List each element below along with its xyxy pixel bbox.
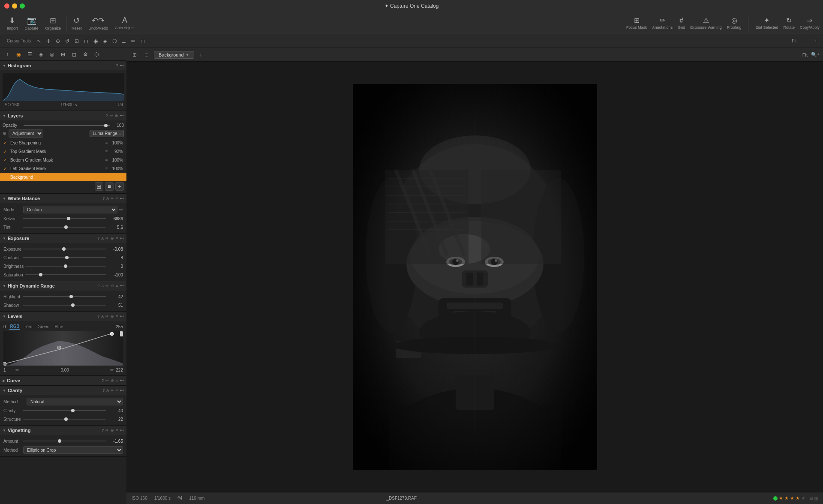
adjustments-icon[interactable]: ◉ — [14, 50, 23, 59]
composition-icon[interactable]: ⊞ — [58, 50, 68, 59]
undoredo-button[interactable]: ↶↷ Undo/Redo — [85, 15, 112, 31]
minimize-button[interactable] — [12, 3, 17, 9]
vignetting-amount-thumb[interactable] — [58, 439, 61, 443]
layer-grid-view[interactable]: ⊞ — [95, 182, 103, 191]
exposure-header[interactable]: ▼ Exposure ? A ✏ ⊕ ≡ ••• — [0, 234, 126, 243]
layer-item-bottom-gradient[interactable]: ✓ Bottom Gradient Mask ≡ 100% — [0, 156, 126, 164]
cursor-measure-tool[interactable]: ⚊ — [119, 36, 129, 46]
highlight-slider[interactable] — [23, 296, 106, 297]
levels-list[interactable]: ≡ — [116, 314, 118, 318]
cursor-select-tool[interactable]: ↖ — [34, 36, 44, 46]
vignetting-header[interactable]: ▼ Vignetting ? ✏ ⊕ ≡ ••• — [0, 426, 126, 435]
layer-item-eye-sharpening[interactable]: ✓ Eye Sharpening ≡ 100% — [0, 138, 126, 147]
cursor-levels-tool[interactable]: ◉ — [91, 36, 100, 46]
exposure-copy[interactable]: ⊕ — [111, 236, 114, 240]
clarity-more[interactable]: ••• — [120, 388, 124, 393]
close-button[interactable] — [4, 3, 9, 9]
layers-header[interactable]: ▼ Layers ? ✏ ⊕ ••• — [0, 111, 126, 120]
annotations-button[interactable]: ✏ Annotations — [652, 16, 673, 30]
organize-button[interactable]: ⊞ Organize — [42, 15, 65, 31]
proofing-button[interactable]: ◎ Proofing — [727, 16, 742, 30]
exposure-auto[interactable]: A — [101, 236, 104, 240]
levels-help[interactable]: ? — [97, 314, 99, 318]
layer-check[interactable]: ✓ — [3, 166, 9, 171]
import-button[interactable]: ⬇ Import — [3, 15, 21, 31]
structure-thumb[interactable] — [64, 417, 68, 421]
wb-copy[interactable]: ≡ — [116, 196, 118, 201]
exposure-help[interactable]: ? — [97, 236, 99, 240]
vignetting-method-select[interactable]: Elliptic on Crop — [23, 446, 123, 454]
vignetting-edit[interactable]: ✏ — [105, 428, 109, 432]
hdr-header[interactable]: ▼ High Dynamic Range ? A ✏ ⊕ ≡ ••• — [0, 281, 126, 291]
wb-edit[interactable]: ✏ — [111, 196, 114, 201]
batch-icon[interactable]: ⬡ — [92, 50, 101, 59]
cursor-wb-tool[interactable]: ◈ — [100, 36, 110, 46]
layer-item-top-gradient[interactable]: ✓ Top Gradient Mask ≡ 92% — [0, 147, 126, 156]
layer-check[interactable]: ✓ — [3, 149, 9, 154]
layers-help[interactable]: ? — [106, 114, 108, 118]
layers-more[interactable]: ••• — [120, 114, 124, 118]
cursor-move-tool[interactable]: ✛ — [44, 36, 53, 46]
cursor-rotate-tool[interactable]: ↺ — [63, 36, 72, 46]
exposure-slider[interactable] — [23, 249, 106, 249]
tint-thumb[interactable] — [64, 225, 68, 229]
color-icon[interactable]: ◈ — [36, 50, 45, 59]
details-icon[interactable]: ☰ — [25, 50, 34, 59]
tint-slider[interactable] — [23, 227, 106, 228]
library-icon[interactable]: ↑ — [3, 50, 12, 59]
saturation-slider[interactable] — [25, 274, 106, 275]
star-4[interactable]: ★ — [796, 495, 800, 501]
hdr-edit[interactable]: ✏ — [105, 284, 109, 288]
curve-help[interactable]: ? — [102, 378, 104, 383]
maximize-button[interactable] — [20, 3, 25, 9]
zoom-out-btn[interactable]: − — [802, 38, 809, 44]
contrast-thumb[interactable] — [65, 256, 69, 259]
hdr-help[interactable]: ? — [97, 284, 99, 288]
exposure-list[interactable]: ≡ — [116, 236, 118, 240]
opacity-slider[interactable] — [24, 125, 110, 126]
contrast-slider[interactable] — [23, 257, 106, 258]
levels-right-eyedrop[interactable]: ✏ — [110, 367, 114, 373]
star-3[interactable]: ★ — [790, 495, 794, 501]
star-2[interactable]: ★ — [784, 495, 789, 501]
view-grid-icon[interactable]: ⊞ — [130, 50, 139, 60]
lens-icon[interactable]: ◎ — [47, 50, 57, 59]
shadow-thumb[interactable] — [71, 303, 75, 307]
hdr-auto[interactable]: A — [101, 284, 104, 288]
vignetting-amount-slider[interactable] — [23, 441, 106, 441]
color-tag[interactable] — [773, 496, 778, 501]
layers-copy[interactable]: ⊕ — [115, 114, 118, 118]
clarity-method-select[interactable]: Natural — [27, 398, 123, 405]
cursor-annotation-tool[interactable]: ✏ — [129, 36, 138, 46]
wb-more[interactable]: ••• — [120, 196, 124, 201]
clarity-auto[interactable]: A — [106, 388, 109, 393]
wb-eyedropper-icon[interactable]: ✏ — [119, 207, 123, 213]
exposure-edit[interactable]: ✏ — [105, 236, 109, 240]
exposure-more[interactable]: ••• — [120, 236, 124, 240]
rotate-button[interactable]: ↻ Rotate — [783, 16, 795, 30]
hdr-more[interactable]: ••• — [120, 284, 124, 288]
curve-list[interactable]: ≡ — [116, 378, 118, 383]
kelvin-slider[interactable] — [23, 218, 106, 219]
clarity-thumb[interactable] — [71, 409, 75, 412]
layer-item-background[interactable]: Background — [0, 173, 126, 181]
view-single-icon[interactable]: ◻ — [142, 50, 151, 60]
reset-button[interactable]: ↺ Reset — [68, 15, 85, 31]
cursor-crop-tool[interactable]: ⊡ — [72, 36, 81, 46]
cursor-overlay-tool[interactable]: ◻ — [138, 36, 147, 46]
layer-check[interactable]: ✓ — [3, 141, 9, 145]
cursor-zoom-tool[interactable]: ⊙ — [53, 36, 63, 46]
layers-edit[interactable]: ✏ — [110, 114, 113, 118]
vignetting-help[interactable]: ? — [102, 428, 104, 432]
expwarning-button[interactable]: ⚠ Exposure Warning — [690, 16, 722, 30]
layer-check[interactable]: ✓ — [3, 158, 9, 162]
hdr-list[interactable]: ≡ — [116, 284, 118, 288]
levels-copy[interactable]: ⊕ — [111, 314, 114, 318]
star-5[interactable]: ★ — [801, 495, 805, 501]
zoom-in-btn[interactable]: + — [812, 38, 820, 44]
wb-help[interactable]: ? — [102, 196, 105, 201]
shadow-slider[interactable] — [23, 305, 106, 306]
wb-mode-select[interactable]: Custom — [23, 206, 117, 213]
levels-tab-red[interactable]: Red — [24, 324, 33, 330]
autoadjust-button[interactable]: A Auto Adjust — [111, 15, 138, 31]
